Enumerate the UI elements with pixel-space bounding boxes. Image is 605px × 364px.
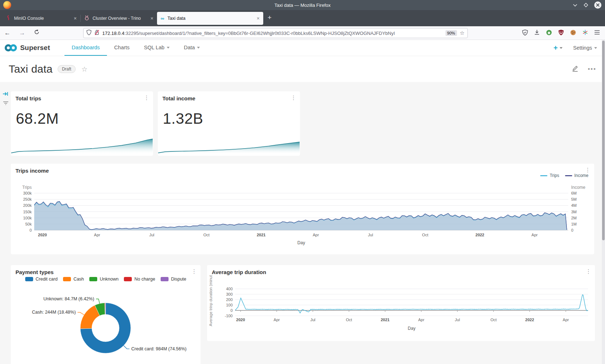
window-close-icon[interactable] bbox=[594, 1, 601, 9]
menu-hamburger-icon[interactable] bbox=[594, 30, 600, 36]
svg-text:Cash: 244M (18.48%): Cash: 244M (18.48%) bbox=[32, 310, 76, 315]
tab-close-icon[interactable]: × bbox=[151, 15, 153, 21]
new-tab-button[interactable]: + bbox=[263, 14, 276, 22]
protections-shield-icon[interactable] bbox=[522, 29, 528, 37]
url-bar[interactable]: 172.18.0.4:32295/superset/dashboard/1/?n… bbox=[83, 28, 468, 38]
reload-button[interactable] bbox=[30, 29, 44, 37]
svg-text:Apr: Apr bbox=[418, 318, 424, 322]
svg-text:200: 200 bbox=[226, 297, 233, 302]
chart-title: Trips income bbox=[15, 168, 49, 174]
chart-menu-icon[interactable]: ⋮ bbox=[291, 94, 296, 101]
page-scrollbar[interactable] bbox=[602, 40, 605, 364]
favorite-star-icon[interactable]: ☆ bbox=[81, 65, 88, 73]
chart-legend[interactable]: TripsIncome bbox=[540, 173, 588, 178]
svg-text:Oct: Oct bbox=[203, 233, 210, 237]
dashboard-menu-icon[interactable]: ••• bbox=[588, 65, 596, 73]
snowflake-extension-icon[interactable] bbox=[582, 29, 588, 37]
url-text[interactable]: 172.18.0.4:32295/superset/dashboard/1/?n… bbox=[102, 31, 443, 36]
download-icon[interactable] bbox=[534, 29, 540, 37]
chevron-down-icon bbox=[560, 47, 563, 49]
legend-swatch bbox=[63, 277, 71, 281]
svg-text:Apr: Apr bbox=[274, 318, 280, 322]
kpi-value: 68.2M bbox=[16, 110, 59, 127]
nav-label: Data bbox=[184, 45, 195, 50]
nav-dashboards[interactable]: Dashboards bbox=[64, 40, 107, 56]
chart-menu-icon[interactable]: ⋮ bbox=[191, 268, 197, 275]
add-new-button[interactable]: + bbox=[554, 44, 563, 52]
bookmark-star-icon[interactable]: ☆ bbox=[460, 30, 465, 36]
expand-filter-bar-icon[interactable] bbox=[2, 91, 9, 99]
chevron-down-icon bbox=[594, 47, 597, 49]
svg-text:Apr: Apr bbox=[94, 233, 100, 237]
tab-taxi-data[interactable]: ∞ Taxi data × bbox=[157, 12, 263, 25]
url-path: :32295/superset/dashboard/1/?native_filt… bbox=[124, 31, 395, 36]
svg-text:2021: 2021 bbox=[381, 318, 389, 322]
settings-label: Settings bbox=[573, 45, 592, 51]
nav-label: SQL Lab bbox=[144, 45, 165, 50]
legend-item[interactable]: Credit card bbox=[25, 277, 58, 282]
kpi-value: 1.32B bbox=[163, 110, 203, 127]
legend-item[interactable]: Trips bbox=[540, 173, 559, 178]
settings-menu[interactable]: Settings bbox=[573, 45, 597, 51]
legend-item[interactable]: Dispute bbox=[161, 277, 186, 282]
edit-pencil-icon[interactable] bbox=[571, 64, 579, 74]
back-button[interactable]: ← bbox=[0, 29, 15, 37]
tab-label: MinIO Console bbox=[14, 16, 67, 21]
legend-item[interactable]: Unknown bbox=[89, 277, 118, 282]
chart-title: Total income bbox=[162, 95, 195, 101]
svg-text:150k: 150k bbox=[23, 210, 32, 214]
window-minimize-icon[interactable] bbox=[573, 3, 578, 7]
tab-close-icon[interactable]: × bbox=[74, 15, 77, 21]
avg-duration-chart: 4003002001000-1002020AprJulOct2021AprJul… bbox=[207, 275, 595, 340]
chart-menu-icon[interactable]: ⋮ bbox=[144, 94, 149, 101]
svg-text:Jul: Jul bbox=[310, 318, 315, 322]
legend-label: Unknown bbox=[100, 277, 118, 282]
window-maximize-icon[interactable] bbox=[583, 3, 588, 8]
minio-favicon bbox=[6, 15, 11, 22]
chart-menu-icon[interactable]: ⋮ bbox=[586, 268, 591, 275]
svg-text:6M: 6M bbox=[571, 191, 577, 195]
chart-title: Payment types bbox=[15, 269, 54, 275]
nav-sql-lab[interactable]: SQL Lab bbox=[137, 40, 177, 56]
nav-charts[interactable]: Charts bbox=[107, 40, 137, 56]
privacy-badger-icon[interactable] bbox=[546, 29, 552, 37]
dashboard-header: Taxi data Draft ☆ ••• bbox=[0, 56, 605, 82]
brand-name: Superset bbox=[20, 44, 50, 52]
permissions-shield-icon[interactable] bbox=[86, 29, 91, 37]
chevron-down-icon bbox=[197, 47, 200, 49]
zoom-level-badge[interactable]: 90% bbox=[445, 30, 457, 36]
chart-legend[interactable]: Credit cardCashUnknownNo chargeDispute bbox=[11, 277, 201, 282]
svg-text:Jul: Jul bbox=[368, 233, 373, 237]
filter-icon[interactable] bbox=[2, 101, 9, 107]
nav-label: Dashboards bbox=[72, 45, 100, 50]
svg-text:Credit card: 984M (74.56%): Credit card: 984M (74.56%) bbox=[131, 346, 187, 351]
tab-close-icon[interactable]: × bbox=[257, 15, 260, 21]
superset-navbar: Superset Dashboards Charts SQL Lab Data … bbox=[0, 40, 605, 56]
chart-menu-icon[interactable]: ⋮ bbox=[585, 167, 591, 173]
svg-text:0: 0 bbox=[230, 308, 233, 313]
svg-text:2022: 2022 bbox=[525, 318, 534, 322]
legend-item[interactable]: No charge bbox=[124, 277, 155, 282]
svg-text:Unknown: 84.7M (6.42%): Unknown: 84.7M (6.42%) bbox=[44, 296, 94, 301]
forward-button[interactable]: → bbox=[15, 29, 30, 37]
sparkline-chart bbox=[11, 137, 153, 154]
svg-text:Oct: Oct bbox=[346, 318, 352, 322]
legend-label: Cash bbox=[73, 277, 84, 282]
cookie-extension-icon[interactable] bbox=[570, 29, 576, 37]
svg-text:Trips: Trips bbox=[22, 185, 32, 190]
legend-item[interactable]: Cash bbox=[63, 277, 84, 282]
insecure-lock-icon[interactable] bbox=[94, 29, 99, 37]
legend-label: No charge bbox=[134, 277, 155, 282]
kpi-card-total-income: Total income ⋮ 1.32B bbox=[158, 91, 300, 156]
legend-item[interactable]: Income bbox=[565, 173, 588, 178]
chart-title: Average trip duration bbox=[212, 269, 266, 275]
scrollbar-thumb[interactable] bbox=[602, 41, 605, 240]
superset-logo[interactable]: Superset bbox=[0, 40, 55, 56]
tab-minio-console[interactable]: MinIO Console × bbox=[3, 12, 80, 25]
svg-text:0: 0 bbox=[30, 228, 32, 232]
legend-label: Income bbox=[574, 173, 588, 178]
tab-trino[interactable]: Cluster Overview - Trino × bbox=[81, 12, 157, 25]
ublock-icon[interactable] bbox=[558, 29, 564, 37]
nav-data[interactable]: Data bbox=[177, 40, 207, 56]
chart-card-avg-duration: Average trip duration ⋮ 4003002001000-10… bbox=[207, 265, 595, 341]
